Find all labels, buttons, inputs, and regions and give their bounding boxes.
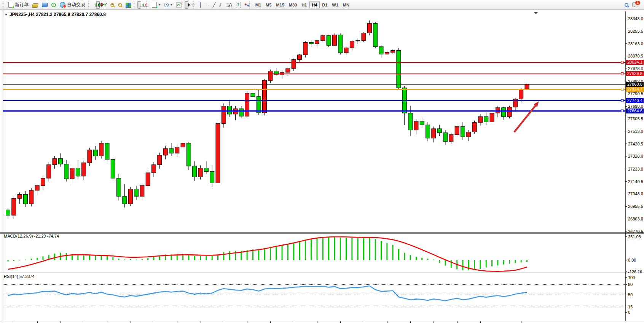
metaeditor-button[interactable] — [40, 1, 49, 9]
price-axis-tick — [625, 31, 627, 31]
price-label-27740.4: 27740.4 — [626, 98, 644, 103]
label-tool[interactable]: T — [234, 1, 242, 9]
new-chart-dropdown[interactable]: +▾ — [150, 1, 162, 9]
toolbar-grip[interactable] — [88, 2, 91, 8]
timeframe-button-h1[interactable]: H1 — [299, 2, 309, 8]
line-handle[interactable] — [621, 99, 623, 102]
zoom-in-icon: + — [110, 3, 114, 7]
rsi-axis-tick-label: 80 — [628, 282, 633, 287]
vertical-line-tool[interactable]: │ — [197, 1, 204, 9]
autotrading-button[interactable]: 自动交易 — [58, 1, 87, 9]
trendline-tool[interactable]: ╱ — [211, 1, 217, 9]
signals-button[interactable] — [49, 1, 58, 9]
indicators-dropdown[interactable]: ▾ — [174, 1, 180, 9]
price-label-28024.1: 28024.1 — [626, 60, 644, 65]
main-price-chart[interactable] — [3, 11, 625, 232]
price-axis-tick-label: 27328.0 — [628, 154, 643, 158]
candle-up — [449, 135, 453, 142]
zoom-in-button[interactable]: + — [108, 1, 116, 9]
signals-icon — [51, 3, 56, 7]
rsi-axis-tick — [625, 284, 627, 285]
cursor-button[interactable] — [185, 1, 188, 9]
candle-up — [99, 143, 104, 156]
candle-down — [210, 171, 214, 183]
candle-down — [134, 189, 139, 196]
search-button[interactable] — [623, 1, 630, 9]
horizontal-line-tool[interactable]: ─ — [204, 1, 211, 9]
macd-axis-tick — [625, 260, 627, 260]
toolbar-grip[interactable] — [134, 2, 136, 8]
zoom-out-button[interactable]: - — [116, 1, 124, 9]
rsi-panel[interactable] — [3, 274, 625, 314]
gold-icon — [32, 3, 38, 8]
candle-up — [152, 165, 156, 173]
time-axis-tick — [131, 321, 131, 323]
rsi-axis-tick-label: 0 — [628, 310, 630, 314]
candle-down — [309, 42, 313, 44]
toolbar-grip[interactable] — [249, 2, 252, 8]
timeframe-button-w1[interactable]: W1 — [330, 2, 341, 8]
candle-up — [163, 148, 167, 155]
timeframe-button-h4[interactable]: H4 — [309, 2, 320, 8]
line-handle[interactable] — [621, 88, 623, 90]
new-order-label: 新订单 — [15, 2, 29, 8]
candle-down — [502, 108, 506, 117]
line-handle[interactable] — [621, 110, 623, 112]
price-axis-tick-label: 27513.0 — [628, 129, 643, 134]
time-axis[interactable]: 21 Mar 202321 Mar 18:5522 Mar 10:5523 Ma… — [0, 321, 644, 324]
candle-down — [204, 168, 208, 171]
candle-down — [193, 166, 197, 177]
candle-up — [18, 195, 22, 199]
candle-down — [58, 159, 62, 164]
community-button[interactable]: 1 — [630, 1, 640, 9]
channel-tool[interactable]: ⫽ — [217, 1, 223, 9]
tile-windows-button[interactable] — [124, 1, 132, 9]
time-axis-tick — [480, 321, 481, 323]
candle-up — [245, 93, 249, 116]
price-axis-tick — [625, 194, 627, 194]
candle-up — [391, 51, 395, 53]
candle-up — [198, 168, 202, 177]
candle-down — [338, 35, 343, 53]
candle-up — [467, 132, 471, 137]
candle-down — [461, 126, 465, 137]
line-handle[interactable] — [621, 61, 623, 64]
periods-dropdown[interactable]: ▾ — [162, 1, 174, 9]
rsi-axis-tick — [625, 295, 627, 295]
price-axis-tick-label: 27140.5 — [628, 179, 643, 184]
timeframe-button-m5[interactable]: M5 — [263, 2, 274, 8]
price-label-27939.8: 27939.8 — [626, 71, 644, 76]
timeframe-button-m1[interactable]: M1 — [253, 2, 263, 8]
price-axis-tick — [625, 94, 627, 94]
fibonacci-tool[interactable]: F — [223, 1, 227, 9]
time-axis-tick — [177, 321, 177, 323]
macd-panel[interactable] — [3, 233, 625, 273]
clock-icon — [164, 3, 169, 7]
toolbar-grip[interactable] — [3, 2, 5, 8]
candle-up — [128, 189, 132, 204]
price-axis-tick — [625, 19, 627, 19]
time-axis-tick — [410, 321, 411, 323]
one-click-trading-arrow-icon[interactable]: ▼ — [5, 13, 8, 16]
price-axis-tick-label: 28348.0 — [628, 16, 643, 21]
candle-up — [414, 121, 418, 130]
candle-down — [379, 47, 383, 54]
gold-button[interactable] — [30, 1, 40, 9]
new-chart-icon: + — [152, 2, 157, 8]
bar-chart-button[interactable] — [92, 1, 96, 9]
autoscroll-button[interactable] — [137, 1, 141, 9]
time-axis-tick — [14, 321, 14, 323]
arrows-dropdown[interactable]: ▾ — [242, 1, 248, 9]
candle-down — [228, 106, 232, 114]
line-handle[interactable] — [621, 73, 623, 75]
candle-up — [292, 59, 296, 69]
trend-arrow[interactable] — [514, 104, 537, 132]
chart-symbol-title[interactable]: ▼ JPN225-,H4 27821.2 27865.9 27820.7 278… — [5, 12, 106, 17]
timeframe-button-m30[interactable]: M30 — [287, 2, 299, 8]
chart-shift-marker-icon[interactable] — [534, 12, 538, 14]
new-order-button[interactable]: + 新订单 — [6, 1, 30, 9]
timeframe-button-mn[interactable]: MN — [341, 2, 352, 8]
timeframe-button-m15[interactable]: M15 — [274, 2, 286, 8]
timeframe-button-d1[interactable]: D1 — [320, 2, 330, 8]
chart-window: ▼ JPN225-,H4 27821.2 27865.9 27820.7 278… — [0, 10, 644, 324]
